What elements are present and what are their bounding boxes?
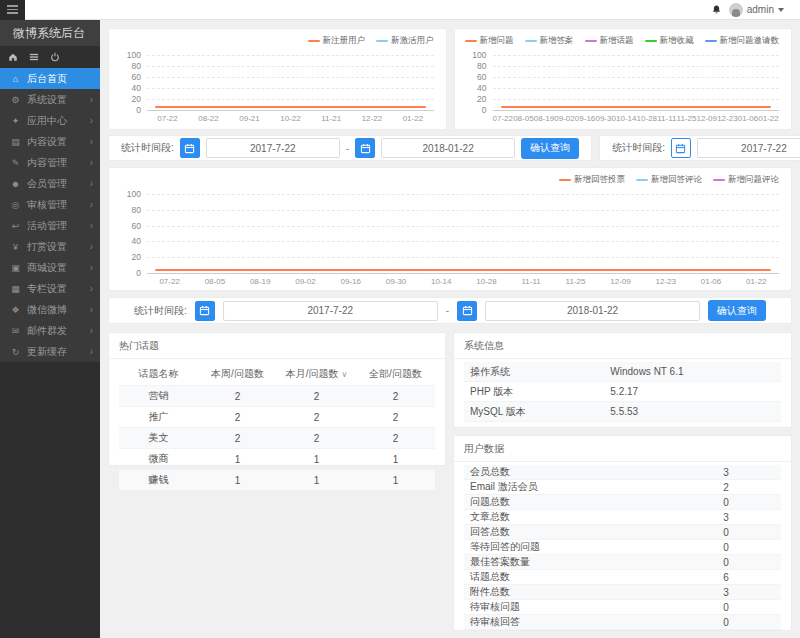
confirm-query-button[interactable]: 确认查询	[708, 300, 766, 321]
start-date-input[interactable]	[223, 301, 438, 321]
x-axis-tick-label: 01-22	[403, 114, 423, 123]
legend-label: 新增答案	[540, 35, 574, 47]
home-icon: ⌂	[9, 74, 22, 84]
confirm-query-button[interactable]: 确认查询	[521, 138, 579, 159]
chevron-right-icon: ›	[90, 178, 93, 189]
legend-label: 新增收藏	[660, 35, 694, 47]
sidebar-item-label: 应用中心	[22, 114, 90, 128]
legend-item[interactable]: 新激活用户	[376, 35, 434, 47]
x-axis-tick-label: 10-28	[476, 277, 496, 286]
start-date-input[interactable]	[206, 138, 340, 158]
topic-count: 1	[277, 449, 356, 470]
chart-legend: 新增问题新增答案新增话题新增收藏新增问题邀请数	[465, 35, 780, 47]
legend-item[interactable]: 新增收藏	[645, 35, 694, 47]
legend-item[interactable]: 新增回答投票	[559, 174, 625, 186]
chevron-right-icon: ›	[90, 304, 93, 315]
sidebar-item-label: 专栏设置	[22, 282, 90, 296]
user-menu-trigger[interactable]: admin	[729, 3, 784, 17]
gridline	[147, 66, 434, 67]
sidebar-item-10[interactable]: ▦专栏设置›	[0, 278, 100, 299]
stat-value: 3	[723, 587, 729, 598]
sidebar-item-2[interactable]: ✦应用中心›	[0, 110, 100, 131]
x-axis-tick-label: 09-16	[575, 114, 595, 123]
stat-value: 5.2.17	[610, 386, 638, 397]
x-axis-tick-label: 10-22	[280, 114, 300, 123]
app-title: 微博系统后台	[0, 20, 100, 46]
legend-item[interactable]: 新增回答评论	[636, 174, 702, 186]
list-item: PHP 版本5.2.17	[464, 382, 781, 402]
list-item: 附件总数3	[464, 585, 781, 600]
end-date-picker-button[interactable]	[457, 301, 477, 321]
sidebar-item-7[interactable]: ↩活动管理›	[0, 215, 100, 236]
sidebar-item-13[interactable]: ↻更新缓存›	[0, 341, 100, 362]
sidebar: 微博系统后台 ⌂后台首页⚙系统设置›✦应用中心›▤内容设置›✎内容管理›☻会员管…	[0, 20, 100, 638]
start-date-picker-button[interactable]	[671, 138, 691, 158]
replies-chart-date-filter: 统计时间段:-确认查询	[108, 297, 792, 324]
start-date-picker-button[interactable]	[195, 301, 215, 321]
shop-icon: ▣	[9, 263, 22, 273]
power-icon[interactable]	[50, 52, 60, 62]
user-icon: ☻	[9, 179, 22, 189]
sidebar-item-label: 审核管理	[22, 198, 90, 212]
topic-count: 2	[198, 428, 277, 449]
home-icon[interactable]	[8, 52, 18, 62]
sidebar-item-1[interactable]: ⚙系统设置›	[0, 89, 100, 110]
x-axis-tick-label: 09-30	[595, 114, 615, 123]
x-axis-tick-label: 09-02	[554, 114, 574, 123]
end-date-picker-button[interactable]	[355, 138, 375, 158]
legend-item[interactable]: 新增话题	[585, 35, 634, 47]
stat-label: 话题总数	[470, 570, 723, 584]
x-axis-tick-label: 11-21	[321, 114, 341, 123]
stat-label: 会员总数	[470, 465, 723, 479]
legend-item[interactable]: 新增问题评论	[713, 174, 779, 186]
end-date-input[interactable]	[485, 301, 700, 321]
y-axis-tick-label: 40	[132, 236, 141, 246]
column-icon: ▦	[9, 284, 22, 294]
topbar-user-area: admin	[711, 3, 800, 17]
legend-swatch-icon	[705, 40, 717, 42]
x-axis-tick-label: 01-06	[701, 277, 721, 286]
sidebar-item-11[interactable]: ❖微信微博›	[0, 299, 100, 320]
sidebar-item-3[interactable]: ▤内容设置›	[0, 131, 100, 152]
stats-period-label: 统计时间段:	[121, 141, 174, 155]
legend-item[interactable]: 新注册用户	[308, 35, 366, 47]
legend-label: 新增回答投票	[574, 174, 625, 186]
notifications-bell-icon[interactable]	[711, 4, 722, 16]
content-chart: 新增问题新增答案新增话题新增收藏新增问题邀请数10080604020007-22…	[454, 28, 793, 130]
topic-count: 1	[356, 470, 435, 491]
stat-value: 2	[723, 482, 729, 493]
plot-grid: 100806040200	[493, 55, 780, 111]
end-date-input[interactable]	[381, 138, 515, 158]
start-date-input[interactable]	[697, 138, 800, 158]
sort-caret-icon: ∨	[341, 370, 347, 379]
sidebar-item-label: 活动管理	[22, 219, 90, 233]
chart-legend: 新注册用户新激活用户	[308, 35, 434, 47]
calendar-icon	[199, 305, 210, 316]
sidebar-item-5[interactable]: ☻会员管理›	[0, 173, 100, 194]
menu-list-icon[interactable]	[29, 52, 39, 62]
legend-item[interactable]: 新增问题	[465, 35, 514, 47]
hamburger-icon	[7, 5, 18, 14]
plot-grid: 100806040200	[147, 55, 434, 111]
legend-item[interactable]: 新增问题邀请数	[705, 35, 780, 47]
chevron-right-icon: ›	[90, 115, 93, 126]
gridline	[147, 99, 434, 100]
sidebar-item-0[interactable]: ⌂后台首页	[0, 68, 100, 89]
sidebar-item-4[interactable]: ✎内容管理›	[0, 152, 100, 173]
x-axis-tick-label: 11-11	[522, 277, 541, 286]
stat-label: 文章总数	[470, 510, 723, 524]
sidebar-item-12[interactable]: ✉邮件群发›	[0, 320, 100, 341]
sidebar-item-9[interactable]: ▣商城设置›	[0, 257, 100, 278]
audit-icon: ◎	[9, 200, 22, 210]
sidebar-toggle-button[interactable]	[0, 0, 25, 20]
legend-swatch-icon	[585, 40, 597, 42]
start-date-picker-button[interactable]	[180, 138, 200, 158]
y-axis-tick-label: 60	[132, 221, 141, 231]
legend-item[interactable]: 新增答案	[525, 35, 574, 47]
hot-topics-column-header[interactable]: 本月/问题数∨	[277, 362, 356, 386]
topic-name: 微商	[119, 449, 198, 470]
sidebar-item-6[interactable]: ◎审核管理›	[0, 194, 100, 215]
y-axis-tick-label: 100	[127, 50, 141, 60]
y-axis-tick-label: 80	[477, 61, 486, 71]
sidebar-item-8[interactable]: ¥打赏设置›	[0, 236, 100, 257]
